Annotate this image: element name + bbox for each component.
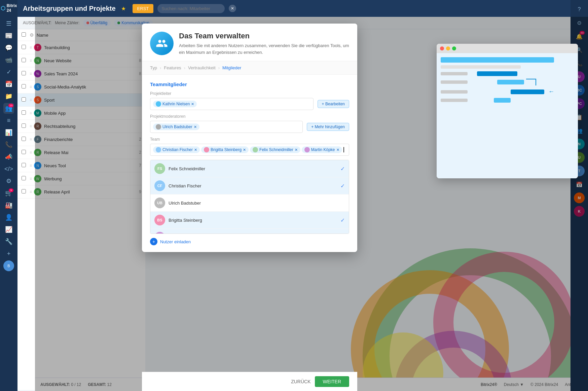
- header-checkbox[interactable]: [22, 32, 30, 38]
- member-item-ulrich[interactable]: UB Ulrich Badstuber: [150, 194, 349, 212]
- team-member-remove-4[interactable]: ✕: [336, 148, 339, 152]
- breadcrumb-mitglieder[interactable]: Mitglieder: [222, 65, 241, 70]
- team-member-tag-1: Christian Fischer ✕: [153, 146, 200, 153]
- drag-handle-icon: ≡: [30, 111, 32, 115]
- sidebar-analytics-icon[interactable]: 📈: [3, 224, 14, 235]
- preview-label-2: [441, 80, 468, 84]
- breadcrumb-features[interactable]: Features: [164, 65, 181, 70]
- member-item-brigitta[interactable]: BS Brigitta Steinberg ✓: [150, 212, 349, 229]
- moderator-tag: Ulrich Badstuber ✕: [153, 123, 199, 130]
- team-dialog: Das Team verwalten Arbeiten Sie mit ande…: [142, 24, 357, 252]
- right-help-icon[interactable]: ?: [573, 3, 585, 15]
- member-avatar-ulrich: UB: [154, 198, 165, 208]
- drag-handle-icon: ≡: [30, 176, 32, 181]
- sidebar-shop-icon[interactable]: 🛒9: [3, 188, 14, 199]
- drag-handle-icon: ≡: [30, 58, 32, 63]
- preview-bar-1: [441, 57, 554, 63]
- search-close-button[interactable]: ✕: [229, 5, 236, 12]
- sidebar-automation-icon[interactable]: ⚙: [3, 176, 14, 186]
- member-item-christian[interactable]: CF Christian Fischer ✓: [150, 177, 349, 194]
- search-input[interactable]: [157, 4, 225, 13]
- drag-handle-icon: ≡: [30, 84, 32, 89]
- sidebar-phone-icon[interactable]: 📞: [3, 139, 14, 150]
- dialog-subtitle: Arbeiten Sie mit anderen Nutzern zusamme…: [179, 42, 349, 56]
- sidebar-drive-icon[interactable]: 📁: [3, 91, 14, 102]
- moderator-avatar: [156, 124, 161, 130]
- sidebar-devops-icon[interactable]: 🔧: [3, 236, 14, 247]
- invite-user-button[interactable]: + Nutzer einladen: [150, 234, 349, 245]
- first-button[interactable]: ERST: [133, 4, 154, 13]
- drag-handle-icon: ≡: [30, 150, 32, 155]
- project-leader-input[interactable]: Kathrin Nielsen ✕: [150, 98, 314, 110]
- close-dot: [440, 46, 444, 50]
- team-member-remove-1[interactable]: ✕: [194, 148, 197, 152]
- team-input[interactable]: Christian Fischer ✕ Brigitta Steinberg ✕…: [150, 144, 349, 156]
- team-member-avatar-1: [156, 147, 161, 152]
- drag-handle-icon: ≡: [30, 71, 32, 76]
- drag-handle-icon: ≡: [30, 45, 32, 50]
- team-member-remove-2[interactable]: ✕: [243, 148, 246, 152]
- back-button[interactable]: ZURÜCK: [291, 379, 310, 384]
- preview-row-1: [441, 71, 574, 76]
- app-logo: ⬡ Bitrix 24: [0, 3, 19, 13]
- drag-handle-icon: ≡: [30, 137, 32, 142]
- next-button[interactable]: WEITER: [315, 376, 349, 387]
- settings-gear-icon[interactable]: ⚙: [30, 32, 34, 38]
- main-content: AUSGEWÄHLT: Meine Zähler: Überfällig Kom…: [17, 17, 588, 391]
- page-title: Arbeitsgruppen und Projekte: [23, 5, 116, 12]
- member-name-christian: Christian Fischer: [169, 183, 337, 188]
- team-member-name-4: Martin Köpke: [311, 147, 335, 152]
- edit-button[interactable]: + Bearbeiten: [318, 100, 349, 108]
- leader-avatar: [156, 101, 161, 107]
- dialog-team-icon: [150, 32, 174, 55]
- team-label: Team: [150, 137, 349, 142]
- preview-gantt-4: [494, 98, 511, 103]
- section-title: Teammitglieder: [150, 81, 349, 87]
- breadcrumb-typ[interactable]: Typ: [150, 65, 157, 70]
- sidebar-add-icon[interactable]: +: [3, 248, 14, 259]
- dialog-body: Teammitglieder Projektleiter Kathrin Nie…: [142, 75, 357, 252]
- leader-tag: Kathrin Nielsen ✕: [153, 101, 197, 107]
- member-avatar-brigitta: BS: [154, 215, 165, 225]
- left-sidebar: ⬡ Bitrix 24 ☰ 📰 💬 📹 ✓ 📅 📁 👥13 ≡ 📊 📞 📣 </…: [0, 0, 17, 391]
- moderator-remove[interactable]: ✕: [194, 125, 197, 129]
- preview-arrow-icon: ←: [548, 88, 554, 95]
- minimize-dot: [446, 46, 450, 50]
- team-member-name-2: Brigitta Steinberg: [211, 147, 242, 152]
- member-item-felix[interactable]: FS Felix Schneidmiller ✓: [150, 160, 349, 177]
- text-cursor: [343, 147, 344, 152]
- add-more-button[interactable]: + Mehr hinzufügen: [307, 123, 349, 131]
- preview-titlebar: [437, 44, 578, 53]
- sidebar-menu-icon[interactable]: ☰: [3, 18, 14, 29]
- invite-plus-icon: +: [150, 238, 157, 245]
- sidebar-code-icon[interactable]: </>: [3, 164, 14, 174]
- sidebar-feed-icon[interactable]: 📰: [3, 30, 14, 41]
- drag-handle-icon: ≡: [30, 189, 32, 194]
- sidebar-calendar-icon[interactable]: 📅: [3, 79, 14, 90]
- dialog-header: Das Team verwalten Arbeiten Sie mit ande…: [142, 24, 357, 61]
- sidebar-avatar[interactable]: B: [3, 260, 14, 271]
- member-item-martin[interactable]: MK Martin Köpke ✓: [150, 229, 349, 234]
- leader-remove[interactable]: ✕: [191, 102, 194, 106]
- preview-bar-2: [441, 65, 521, 69]
- favorite-star[interactable]: ★: [121, 5, 126, 12]
- sidebar-warehouse-icon[interactable]: 🏭: [3, 200, 14, 211]
- breadcrumb-vertraulichkeit[interactable]: Vertraulichkeit: [188, 65, 216, 70]
- dialog-title: Das Team verwalten: [179, 32, 349, 40]
- team-member-name-3: Felix Schneidmiller: [259, 147, 293, 152]
- sidebar-crm-icon[interactable]: 📊: [3, 127, 14, 138]
- maximize-dot: [452, 46, 456, 50]
- preview-row-3: ←: [441, 88, 574, 95]
- sidebar-groups-icon[interactable]: 👥13: [3, 103, 14, 114]
- team-member-remove-3[interactable]: ✕: [295, 148, 298, 152]
- preview-content: ←: [437, 53, 578, 178]
- sidebar-list-icon[interactable]: ≡: [3, 115, 14, 126]
- sidebar-video-icon[interactable]: 📹: [3, 55, 14, 65]
- sidebar-hr-icon[interactable]: 👤: [3, 212, 14, 223]
- team-member-avatar-4: [304, 147, 310, 152]
- moderators-input[interactable]: Ulrich Badstuber ✕: [150, 121, 303, 133]
- sidebar-chat-icon[interactable]: 💬: [3, 42, 14, 53]
- sidebar-tasks-icon[interactable]: ✓: [3, 67, 14, 77]
- dialog-header-text: Das Team verwalten Arbeiten Sie mit ande…: [179, 32, 349, 56]
- sidebar-marketing-icon[interactable]: 📣: [3, 151, 14, 162]
